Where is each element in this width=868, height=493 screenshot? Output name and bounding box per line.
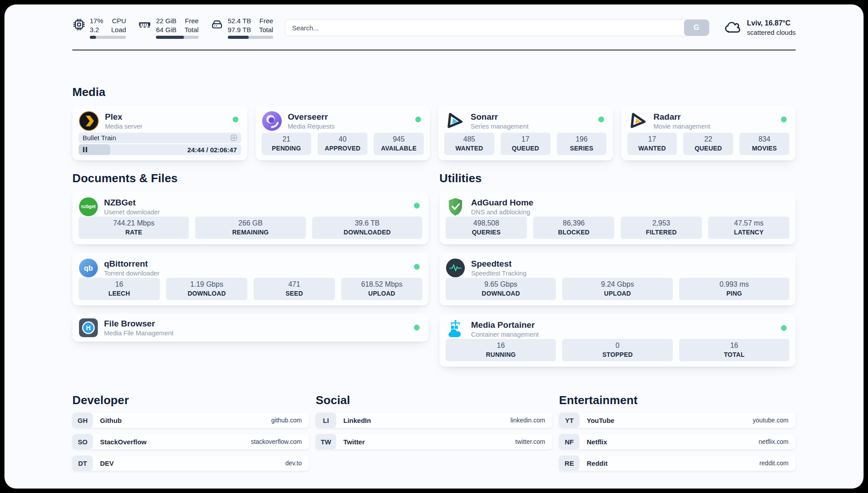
cpu-widget: 17%3.2 CPULoad [72, 17, 126, 39]
weather-widget: Lviv, 16.87°C scattered clouds [723, 18, 796, 37]
section-title-utilities: Utilities [439, 171, 796, 185]
service-card-plex[interactable]: Plex Media server Bullet Train [72, 105, 247, 160]
service-name: AdGuard Home [471, 198, 533, 208]
service-name: NZBGet [104, 198, 160, 208]
online-status-dot [415, 117, 421, 122]
stat-remaining: 266 GB REMAINING [195, 217, 305, 239]
online-status-dot [598, 117, 604, 122]
service-name: File Browser [104, 319, 174, 329]
memory-labels: FreeTotal [184, 17, 199, 34]
bookmark-github[interactable]: GH Github github.com [72, 413, 309, 428]
bookmark-name: Netflix [587, 438, 607, 446]
bookmark-abbr: SO [72, 434, 93, 449]
cpu-values: 17%3.2 [90, 17, 103, 34]
service-subtitle: Series management [471, 123, 529, 130]
service-card-nzbget[interactable]: nzbget NZBGet Usenet downloader 744.21 M… [72, 192, 429, 244]
stat-leech: 16 LEECH [79, 278, 160, 300]
top-bar: 17%3.2 CPULoad [72, 17, 796, 39]
bookmark-stackoverflow[interactable]: SO StackOverflow stackoverflow.com [72, 434, 309, 449]
speedtest-icon [446, 258, 465, 278]
bookmark-abbr: TW [316, 434, 336, 449]
stat-blocked: 86,396 BLOCKED [533, 217, 614, 239]
service-card-overseerr[interactable]: Overseerr Media Requests 21 PENDING 40 A… [255, 105, 430, 160]
bookmark-name: StackOverflow [100, 438, 146, 446]
memory-icon [138, 17, 152, 39]
stat-latency: 47.57 ms LATENCY [708, 217, 789, 239]
stat-wanted: 485 WANTED [444, 133, 494, 155]
bookmark-twitter[interactable]: TW Twitter twitter.com [316, 434, 552, 449]
bookmark-name: DEV [100, 460, 114, 467]
bookmark-netflix[interactable]: NF Netflix netflix.com [559, 434, 796, 449]
dashboard-page: 17%3.2 CPULoad [4, 4, 864, 489]
service-card-portainer[interactable]: Media Portainer Container management 16 … [439, 314, 796, 367]
svg-text:nzbget: nzbget [81, 204, 96, 209]
memory-values: 22 GiB64 GiB [156, 17, 176, 34]
stat-download: 9.65 Gbps DOWNLOAD [446, 278, 556, 300]
nzbget-icon: nzbget [79, 197, 98, 217]
service-card-speedtest[interactable]: Speedtest Speedtest Tracking 9.65 Gbps D… [439, 253, 796, 305]
bookmark-abbr: RE [559, 455, 580, 471]
bookmark-abbr: NF [559, 434, 580, 449]
online-status-dot [781, 117, 787, 122]
storage-progress-bar [228, 36, 273, 39]
utilities-column: Utilities AdGuard [439, 160, 796, 367]
service-name: Sonarr [471, 112, 529, 122]
online-status-dot [233, 117, 238, 122]
stat-stopped: 0 STOPPED [562, 339, 672, 361]
stat-upload: 618.52 Mbps UPLOAD [341, 278, 422, 300]
stat-downloaded: 39.6 TB DOWNLOADED [312, 217, 422, 239]
documents-column: Documents & Files nzbget NZBGet Usenet d [72, 160, 429, 367]
bookmark-linkedin[interactable]: LI LinkedIn linkedin.com [316, 413, 552, 428]
cpu-icon [72, 17, 86, 39]
service-card-filebrowser[interactable]: File Browser Media File Management [72, 314, 429, 342]
section-title-social: Social [316, 393, 552, 407]
bookmark-reddit[interactable]: RE Reddit reddit.com [559, 455, 796, 471]
service-subtitle: Media Requests [288, 123, 335, 130]
service-card-adguard[interactable]: AdGuard Home DNS and adblocking 498,508 … [439, 192, 796, 244]
bookmark-url: github.com [271, 417, 302, 424]
section-title-developer: Developer [72, 393, 309, 407]
section-title-entertainment: Entertainment [559, 393, 796, 407]
storage-values: 52.4 TB97.9 TB [228, 17, 251, 34]
stat-approved: 40 APPROVED [317, 133, 367, 155]
session-detail-button[interactable] [230, 134, 237, 141]
qbittorrent-icon: qb [79, 258, 98, 278]
stat-download: 1.19 Gbps DOWNLOAD [166, 278, 247, 300]
service-subtitle: Media server [105, 123, 142, 130]
stat-available: 945 AVAILABLE [374, 133, 424, 155]
bookmark-dev[interactable]: DT DEV dev.to [72, 455, 309, 471]
bookmark-url: stackoverflow.com [251, 438, 302, 445]
service-card-radarr[interactable]: Radarr Movie management 17 WANTED 22 QUE… [621, 105, 796, 160]
media-card-row: Plex Media server Bullet Train [72, 105, 796, 160]
playback-progress-bar[interactable]: 24:44 / 02:06:47 [79, 144, 241, 155]
stat-queries: 498,508 QUERIES [446, 217, 527, 239]
storage-icon [210, 17, 224, 39]
stat-seed: 471 SEED [254, 278, 335, 300]
stat-queued: 17 QUEUED [501, 133, 551, 155]
search-bar: G [285, 19, 709, 36]
bookmark-youtube[interactable]: YT YouTube youtube.com [559, 413, 796, 428]
bookmark-group-developer: Developer GH Github github.com SO StackO… [72, 393, 309, 477]
bookmark-abbr: LI [316, 413, 336, 428]
bookmark-url: dev.to [285, 460, 302, 467]
plex-icon [79, 111, 99, 131]
search-input[interactable] [285, 20, 684, 36]
service-name: Speedtest [471, 259, 526, 269]
stat-running: 16 RUNNING [446, 339, 556, 361]
weather-location-temp: Lviv, 16.87°C [747, 19, 796, 28]
search-engine-button[interactable]: G [684, 20, 709, 36]
service-subtitle: Speedtest Tracking [471, 270, 526, 277]
service-subtitle: Media File Management [104, 330, 174, 337]
playback-time: 24:44 / 02:06:47 [188, 146, 241, 154]
online-status-dot [414, 203, 420, 209]
online-status-dot [414, 325, 420, 330]
bookmark-group-social: Social LI LinkedIn linkedin.com TW Twitt… [316, 393, 552, 477]
now-playing-title: Bullet Train [83, 134, 116, 142]
service-subtitle: Movie management [654, 123, 710, 130]
pause-icon[interactable] [83, 147, 88, 152]
cpu-labels: CPULoad [111, 17, 126, 34]
bookmark-name: Twitter [343, 438, 365, 446]
section-title-documents: Documents & Files [72, 171, 429, 185]
service-card-sonarr[interactable]: Sonarr Series management 485 WANTED 17 Q… [438, 105, 613, 160]
service-card-qbittorrent[interactable]: qb qBittorrent Torrent downloader 16 LEE… [72, 253, 429, 305]
